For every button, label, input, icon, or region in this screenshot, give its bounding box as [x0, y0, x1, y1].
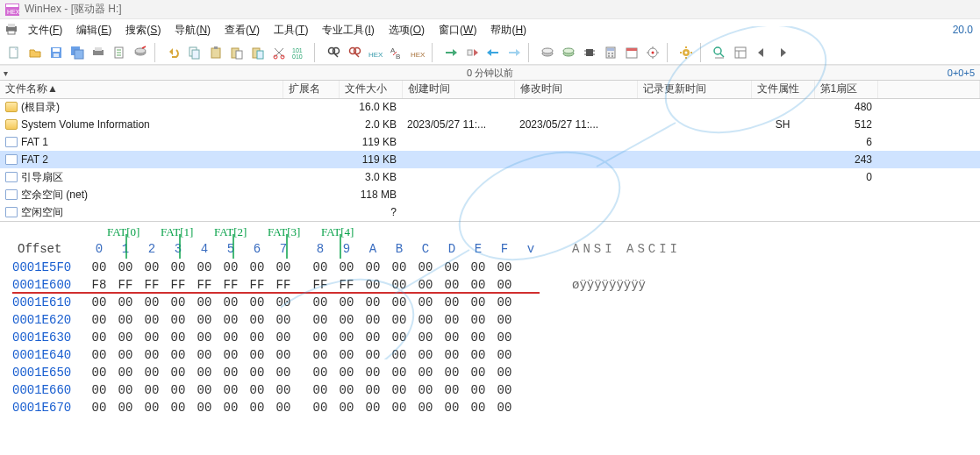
table-row[interactable]: System Volume Information2.0 KB2023/05/2… — [0, 116, 980, 133]
hex-byte[interactable]: 00 — [439, 348, 465, 362]
hex-byte[interactable]: 00 — [86, 401, 112, 415]
hex-byte[interactable]: 00 — [491, 278, 518, 292]
hex-byte[interactable]: FF — [165, 278, 191, 292]
hex-byte[interactable]: 00 — [270, 366, 297, 380]
hex-byte[interactable]: 00 — [412, 295, 439, 309]
hex-byte[interactable]: 00 — [112, 313, 139, 327]
hex-byte[interactable]: 00 — [165, 401, 191, 415]
menu-tool[interactable]: 工具(T) — [267, 20, 315, 40]
hex-byte[interactable]: 00 — [86, 313, 112, 327]
hex-byte[interactable]: 00 — [386, 313, 412, 327]
hex-byte[interactable]: 00 — [333, 331, 360, 345]
hex-byte[interactable]: 00 — [86, 295, 112, 309]
hex-byte[interactable]: 00 — [386, 331, 412, 345]
hex-byte[interactable]: 00 — [218, 383, 244, 397]
hex-byte[interactable]: 00 — [333, 260, 360, 274]
forward-icon[interactable] — [504, 43, 524, 62]
chip-icon[interactable] — [580, 43, 599, 62]
table-row[interactable]: 引导扇区3.0 KB0 — [0, 168, 980, 186]
open-folder-icon[interactable] — [25, 43, 45, 62]
hex-byte[interactable]: 00 — [465, 331, 491, 345]
goto-icon[interactable] — [441, 43, 461, 62]
hex-byte[interactable]: 00 — [439, 260, 465, 274]
cut-icon[interactable] — [269, 43, 289, 62]
hex-byte[interactable]: 00 — [307, 313, 333, 327]
hex-byte[interactable]: 00 — [244, 383, 270, 397]
hex-byte[interactable]: 00 — [218, 401, 244, 415]
hex-byte[interactable]: 00 — [218, 366, 244, 380]
hex-byte[interactable]: 00 — [333, 383, 360, 397]
hex-byte[interactable]: 00 — [333, 348, 360, 362]
hex-byte[interactable]: 00 — [491, 331, 518, 345]
snapshot-strip[interactable]: ▾ 0 分钟以前 0+0+5 — [0, 65, 980, 81]
hex-byte[interactable]: 00 — [244, 295, 270, 309]
hex-byte[interactable]: FF — [112, 278, 139, 292]
menu-edit[interactable]: 编辑(E) — [69, 20, 118, 40]
hex-byte[interactable]: 00 — [412, 313, 439, 327]
hex-byte[interactable]: 00 — [270, 401, 297, 415]
hex-byte[interactable]: 00 — [491, 313, 518, 327]
menu-search[interactable]: 搜索(S) — [118, 20, 168, 40]
copy-icon[interactable] — [185, 43, 204, 62]
paste-write-icon[interactable] — [248, 43, 268, 62]
col-attr[interactable]: 文件属性 — [751, 81, 814, 98]
hex-byte[interactable]: 00 — [386, 383, 412, 397]
hex-byte[interactable]: 00 — [386, 260, 412, 274]
undo-icon[interactable] — [164, 43, 183, 62]
table-row[interactable]: (根目录)16.0 KB480 — [0, 98, 980, 116]
hex-byte[interactable]: 00 — [244, 366, 270, 380]
hex-byte[interactable]: 00 — [244, 313, 270, 327]
hex-byte[interactable]: 00 — [465, 260, 491, 274]
hex-byte[interactable]: 00 — [86, 348, 112, 362]
hex-byte[interactable]: 00 — [270, 383, 297, 397]
hex-byte[interactable]: 00 — [270, 348, 297, 362]
hex-byte[interactable]: 00 — [360, 278, 386, 292]
menu-pro[interactable]: 专业工具(I) — [315, 20, 381, 40]
hex-byte[interactable]: 00 — [360, 366, 386, 380]
hex-byte[interactable]: 00 — [360, 348, 386, 362]
find-hex-icon[interactable] — [345, 43, 364, 62]
hex-byte[interactable]: 00 — [270, 295, 297, 309]
hex-byte[interactable]: 00 — [112, 348, 139, 362]
hex-byte[interactable]: 00 — [491, 260, 518, 274]
hex-byte[interactable]: 00 — [333, 295, 360, 309]
menu-opt[interactable]: 选项(O) — [382, 20, 432, 40]
hex-byte[interactable]: 00 — [412, 348, 439, 362]
col-ctime[interactable]: 创建时间 — [402, 81, 514, 98]
settings-gear-icon[interactable] — [676, 43, 696, 62]
hex-byte[interactable]: 00 — [307, 348, 333, 362]
hex-byte[interactable]: 00 — [218, 348, 244, 362]
hex-byte[interactable]: FF — [244, 278, 270, 292]
hex-byte[interactable]: FF — [333, 278, 360, 292]
hex-byte[interactable]: 00 — [139, 313, 165, 327]
hex-byte[interactable]: 00 — [412, 383, 439, 397]
hex-byte[interactable]: 00 — [218, 295, 244, 309]
find-text-icon[interactable]: HEX — [366, 43, 385, 62]
new-file-icon[interactable] — [4, 43, 24, 62]
hex-row[interactable]: 0001E66000000000000000000000000000000000 — [0, 381, 980, 399]
hex-byte[interactable]: 00 — [191, 331, 218, 345]
save-all-icon[interactable] — [68, 43, 87, 62]
hex-byte[interactable]: 00 — [139, 383, 165, 397]
hex-byte[interactable]: 00 — [491, 295, 518, 309]
table-row[interactable]: FAT 1119 KB6 — [0, 133, 980, 151]
hex-byte[interactable]: 00 — [112, 331, 139, 345]
hex-byte[interactable]: 00 — [218, 313, 244, 327]
hex-byte[interactable]: 00 — [191, 313, 218, 327]
hex-byte[interactable]: 00 — [412, 260, 439, 274]
hex-byte[interactable]: 00 — [412, 366, 439, 380]
hex-byte[interactable]: 00 — [360, 331, 386, 345]
directory-table[interactable]: 文件名称▲ 扩展名 文件大小 创建时间 修改时间 记录更新时间 文件属性 第1扇… — [0, 81, 980, 221]
hex-row[interactable]: 0001E67000000000000000000000000000000000 — [0, 399, 980, 416]
goto-sector-icon[interactable] — [462, 43, 482, 62]
hex-byte[interactable]: 00 — [412, 331, 439, 345]
table-header-row[interactable]: 文件名称▲ 扩展名 文件大小 创建时间 修改时间 记录更新时间 文件属性 第1扇… — [0, 81, 980, 98]
paste-icon[interactable] — [227, 43, 247, 62]
hex-byte[interactable]: 00 — [360, 401, 386, 415]
hex-byte[interactable]: 00 — [86, 331, 112, 345]
hex-byte[interactable]: 00 — [439, 313, 465, 327]
hex-byte[interactable]: 00 — [165, 313, 191, 327]
hex-byte[interactable]: 00 — [191, 401, 218, 415]
hex-row[interactable]: 0001E5F000000000000000000000000000000000 — [0, 259, 980, 276]
replace-icon[interactable]: AB — [387, 43, 406, 62]
